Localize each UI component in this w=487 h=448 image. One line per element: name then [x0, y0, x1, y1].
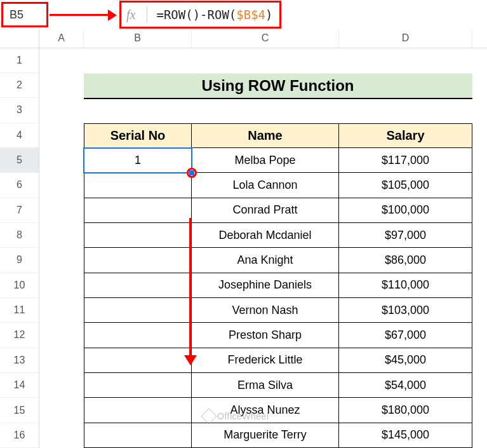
cell[interactable] — [39, 48, 84, 73]
table-row: Deborah Mcdaniel $97,000 — [39, 223, 487, 248]
cell[interactable] — [39, 73, 84, 98]
header-name[interactable]: Name — [192, 123, 339, 148]
cell-salary[interactable]: $117,000 — [339, 148, 472, 173]
cell-salary[interactable]: $105,000 — [339, 173, 472, 198]
cell[interactable] — [39, 373, 84, 398]
cell-serial[interactable] — [84, 273, 192, 298]
row-header[interactable]: 12 — [0, 323, 39, 348]
cell-name[interactable]: Frederick Little — [192, 348, 339, 373]
row-header[interactable]: 6 — [0, 173, 39, 198]
cell[interactable] — [84, 99, 192, 123]
cell-name[interactable]: Melba Pope — [192, 148, 339, 173]
cell[interactable] — [39, 198, 84, 223]
row-header[interactable]: 5 — [0, 148, 39, 173]
cell-serial[interactable] — [84, 323, 192, 348]
column-header[interactable]: D — [339, 29, 472, 48]
cell-serial[interactable] — [84, 348, 192, 373]
row-header[interactable]: 8 — [0, 223, 39, 248]
row-header[interactable]: 13 — [0, 348, 39, 373]
cell[interactable] — [39, 348, 84, 373]
cell[interactable] — [39, 273, 84, 298]
header-serial[interactable]: Serial No — [84, 123, 192, 148]
annotation-arrow-down — [189, 218, 191, 358]
cell-name[interactable]: Marguerite Terry — [192, 423, 339, 448]
cell-serial[interactable] — [84, 398, 192, 423]
cell[interactable] — [39, 123, 84, 148]
selected-cell[interactable]: 1 — [84, 148, 192, 173]
cell-salary[interactable]: $86,000 — [339, 248, 472, 273]
cell-name[interactable]: Erma Silva — [192, 373, 339, 398]
cell-value: 1 — [135, 154, 141, 167]
cell-serial[interactable] — [84, 373, 192, 398]
row-header[interactable]: 16 — [0, 423, 39, 448]
cell[interactable] — [39, 248, 84, 273]
cell-salary[interactable]: $145,000 — [339, 423, 472, 448]
cell-salary[interactable]: $110,000 — [339, 273, 472, 298]
cell-serial[interactable] — [84, 248, 192, 273]
table-row: Conrad Pratt $100,000 — [39, 198, 487, 223]
cell[interactable] — [84, 48, 192, 73]
formula-text[interactable]: =ROW()-ROW($B$4) — [156, 8, 272, 22]
cell-serial[interactable] — [84, 173, 192, 198]
column-header[interactable]: A — [39, 29, 84, 48]
cell-name[interactable]: Lola Cannon — [192, 173, 339, 198]
cell[interactable] — [339, 99, 472, 123]
cell-name[interactable]: Vernon Nash — [192, 298, 339, 323]
table-row: Marguerite Terry $145,000 — [39, 423, 487, 448]
table-row — [39, 48, 487, 73]
column-header[interactable]: C — [192, 29, 339, 48]
cell[interactable] — [39, 173, 84, 198]
select-all-corner[interactable] — [0, 29, 39, 48]
spreadsheet-grid[interactable]: 1 2 3 4 5 6 7 8 9 10 11 12 13 14 15 16 A… — [0, 29, 487, 448]
formula-ref: $B$4 — [236, 8, 265, 22]
name-box[interactable]: B5 — [1, 2, 48, 27]
row-header[interactable]: 3 — [0, 98, 39, 123]
cell[interactable] — [39, 423, 84, 448]
cell-name[interactable]: Preston Sharp — [192, 323, 339, 348]
cell-salary[interactable]: $54,000 — [339, 373, 472, 398]
row-header[interactable]: 10 — [0, 273, 39, 298]
cell-salary[interactable]: $67,000 — [339, 323, 472, 348]
cell-serial[interactable] — [84, 298, 192, 323]
table-row: Ana Knight $86,000 — [39, 248, 487, 273]
cell[interactable] — [39, 223, 84, 248]
cell-name[interactable]: Deborah Mcdaniel — [192, 223, 339, 248]
column-header[interactable]: B — [84, 29, 192, 48]
cell-serial[interactable] — [84, 223, 192, 248]
cell-salary[interactable]: $180,000 — [339, 398, 472, 423]
cell-salary[interactable]: $100,000 — [339, 198, 472, 223]
cell-serial[interactable] — [84, 198, 192, 223]
row-header[interactable]: 2 — [0, 73, 39, 98]
cell[interactable] — [339, 48, 472, 73]
row-header[interactable]: 1 — [0, 48, 39, 73]
cell[interactable] — [192, 48, 339, 73]
cell-name[interactable]: Ana Knight — [192, 248, 339, 273]
cell-salary[interactable]: $97,000 — [339, 223, 472, 248]
cell-serial[interactable] — [84, 423, 192, 448]
row-header[interactable]: 11 — [0, 298, 39, 323]
cell[interactable] — [39, 398, 84, 423]
cell-name[interactable]: Conrad Pratt — [192, 198, 339, 223]
formula-bar[interactable]: fx =ROW()-ROW($B$4) — [119, 1, 281, 29]
header-salary[interactable]: Salary — [339, 123, 472, 148]
cell[interactable] — [39, 148, 84, 173]
cell[interactable] — [192, 99, 339, 123]
row-header[interactable]: 15 — [0, 398, 39, 423]
watermark-icon — [201, 408, 217, 424]
formula-prefix: =ROW()-ROW( — [156, 8, 236, 22]
row-header[interactable]: 7 — [0, 198, 39, 223]
cell[interactable] — [39, 323, 84, 348]
annotation-arrow-right — [50, 14, 110, 16]
table-row: Erma Silva $54,000 — [39, 373, 487, 398]
formula-suffix: ) — [265, 8, 272, 22]
cell-name[interactable]: Josephine Daniels — [192, 273, 339, 298]
cell[interactable] — [39, 298, 84, 323]
cell[interactable] — [39, 99, 84, 123]
row-header[interactable]: 9 — [0, 248, 39, 273]
row-header[interactable]: 14 — [0, 373, 39, 398]
cell-salary[interactable]: $45,000 — [339, 348, 472, 373]
cell-salary[interactable]: $103,000 — [339, 298, 472, 323]
fill-handle-icon — [189, 170, 194, 175]
title-cell[interactable]: Using ROW Function — [84, 73, 472, 98]
row-header[interactable]: 4 — [0, 123, 39, 148]
